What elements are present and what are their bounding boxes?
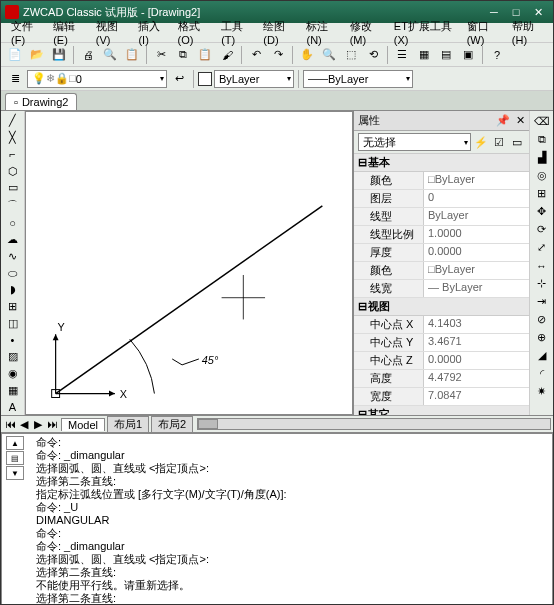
prop-row[interactable]: 宽度7.0847	[354, 388, 529, 406]
zoom-prev-icon[interactable]: ⟲	[363, 45, 383, 65]
menu-item[interactable]: 工具(T)	[215, 17, 257, 48]
layer-manager-icon[interactable]: ≣	[5, 69, 25, 89]
menu-item[interactable]: 绘图(D)	[257, 17, 300, 48]
ellipsearc-icon[interactable]: ◗	[3, 282, 23, 298]
prop-row[interactable]: 中心点 Y3.4671	[354, 334, 529, 352]
open-icon[interactable]: 📂	[27, 45, 47, 65]
preview-icon[interactable]: 🔍	[100, 45, 120, 65]
menu-item[interactable]: 编辑(E)	[47, 17, 90, 48]
menu-item[interactable]: 视图(V)	[90, 17, 133, 48]
undo-icon[interactable]: ↶	[246, 45, 266, 65]
prop-row[interactable]: 颜色□ByLayer	[354, 262, 529, 280]
table-icon[interactable]: ▦	[3, 382, 23, 398]
rectangle-icon[interactable]: ▭	[3, 180, 23, 196]
prop-row[interactable]: 图层0	[354, 190, 529, 208]
properties-icon[interactable]: ☰	[392, 45, 412, 65]
prop-row[interactable]: 厚度0.0000	[354, 244, 529, 262]
menu-item[interactable]: 插入(I)	[132, 17, 171, 48]
extend-icon[interactable]: ⇥	[532, 293, 552, 310]
insert-icon[interactable]: ⊞	[3, 299, 23, 315]
ellipse-icon[interactable]: ⬭	[3, 265, 23, 281]
command-log[interactable]: ▲ ▤ ▼ 命令: 命令: _dimangular 选择圆弧、圆、直线或 <指定…	[1, 433, 553, 605]
chamfer-icon[interactable]: ◢	[532, 347, 552, 364]
prop-row[interactable]: 线型ByLayer	[354, 208, 529, 226]
break-icon[interactable]: ⊘	[532, 311, 552, 328]
hscrollbar[interactable]	[197, 418, 551, 430]
close-panel-icon[interactable]: ✕	[516, 114, 525, 127]
help-icon[interactable]: ?	[487, 45, 507, 65]
trim-icon[interactable]: ⊹	[532, 275, 552, 292]
pickadd-icon[interactable]: ☑	[491, 134, 507, 150]
prop-row[interactable]: 颜色□ByLayer	[354, 172, 529, 190]
save-icon[interactable]: 💾	[49, 45, 69, 65]
menu-item[interactable]: 文件(F)	[5, 17, 47, 48]
block-icon[interactable]: ◫	[3, 315, 23, 331]
layer-prev-icon[interactable]: ↩	[169, 69, 189, 89]
selection-dropdown[interactable]: 无选择	[358, 133, 471, 151]
polyline-icon[interactable]: ⌐	[3, 147, 23, 163]
calc-icon[interactable]: ▣	[458, 45, 478, 65]
color-picker[interactable]	[198, 72, 212, 86]
prop-row[interactable]: 中心点 X4.1403	[354, 316, 529, 334]
prop-row[interactable]: 高度4.4792	[354, 370, 529, 388]
prop-row[interactable]: 中心点 Z0.0000	[354, 352, 529, 370]
pin-icon[interactable]: 📌	[496, 114, 510, 127]
polygon-icon[interactable]: ⬡	[3, 163, 23, 179]
spline-icon[interactable]: ∿	[3, 248, 23, 264]
copy-obj-icon[interactable]: ⧉	[532, 131, 552, 148]
quickselect-icon[interactable]: ⚡	[473, 134, 489, 150]
publish-icon[interactable]: 📋	[122, 45, 142, 65]
tab-next-icon[interactable]: ▶	[31, 418, 45, 431]
cmdlog-up-icon[interactable]: ▲	[6, 436, 24, 450]
menu-item[interactable]: ET扩展工具(X)	[388, 17, 461, 48]
cmdlog-down-icon[interactable]: ▼	[6, 466, 24, 480]
offset-icon[interactable]: ◎	[532, 167, 552, 184]
zoom-icon[interactable]: 🔍	[319, 45, 339, 65]
prop-group[interactable]: ⊟视图	[354, 298, 529, 316]
prop-group[interactable]: ⊟其它	[354, 406, 529, 415]
new-icon[interactable]: 📄	[5, 45, 25, 65]
point-icon[interactable]: •	[3, 332, 23, 348]
menu-item[interactable]: 标注(N)	[300, 17, 343, 48]
move-icon[interactable]: ✥	[532, 203, 552, 220]
tab-prev-icon[interactable]: ◀	[17, 418, 31, 431]
redo-icon[interactable]: ↷	[268, 45, 288, 65]
hatch-icon[interactable]: ▨	[3, 349, 23, 365]
text-icon[interactable]: A	[3, 399, 23, 415]
paste-icon[interactable]: 📋	[195, 45, 215, 65]
tab-last-icon[interactable]: ⏭	[45, 418, 59, 430]
pan-icon[interactable]: ✋	[297, 45, 317, 65]
linetype-dropdown[interactable]: —— ByLayer	[303, 70, 413, 88]
rotate-icon[interactable]: ⟳	[532, 221, 552, 238]
copy-icon[interactable]: ⧉	[173, 45, 193, 65]
scale-icon[interactable]: ⤢	[532, 239, 552, 256]
circle-icon[interactable]: ○	[3, 215, 23, 231]
command-text[interactable]: 命令: 命令: _dimangular 选择圆弧、圆、直线或 <指定顶点>: 选…	[36, 436, 548, 605]
layer-dropdown[interactable]: 💡❄🔒□ 0	[27, 70, 167, 88]
menu-item[interactable]: 帮助(H)	[506, 17, 549, 48]
array-icon[interactable]: ⊞	[532, 185, 552, 202]
print-icon[interactable]: 🖨	[78, 45, 98, 65]
erase-icon[interactable]: ⌫	[532, 113, 552, 130]
tab-first-icon[interactable]: ⏮	[3, 418, 17, 430]
doc-tab[interactable]: ▫ Drawing2	[5, 93, 77, 110]
join-icon[interactable]: ⊕	[532, 329, 552, 346]
menu-item[interactable]: 格式(O)	[172, 17, 216, 48]
menu-item[interactable]: 修改(M)	[344, 17, 388, 48]
prop-group[interactable]: ⊟基本	[354, 154, 529, 172]
region-icon[interactable]: ◉	[3, 366, 23, 382]
menu-item[interactable]: 窗口(W)	[461, 17, 506, 48]
layout-tab-1[interactable]: 布局1	[107, 416, 149, 432]
cut-icon[interactable]: ✂	[151, 45, 171, 65]
layout-tab-model[interactable]: Model	[61, 418, 105, 431]
xline-icon[interactable]: ╳	[3, 130, 23, 146]
layout-tab-2[interactable]: 布局2	[151, 416, 193, 432]
prop-row[interactable]: 线宽— ByLayer	[354, 280, 529, 298]
line-icon[interactable]: ╱	[3, 113, 23, 129]
selectobj-icon[interactable]: ▭	[509, 134, 525, 150]
zoom-window-icon[interactable]: ⬚	[341, 45, 361, 65]
drawing-canvas[interactable]: X Y 45°	[25, 111, 353, 415]
revcloud-icon[interactable]: ☁	[3, 232, 23, 248]
explode-icon[interactable]: ✷	[532, 383, 552, 400]
stretch-icon[interactable]: ↔	[532, 257, 552, 274]
